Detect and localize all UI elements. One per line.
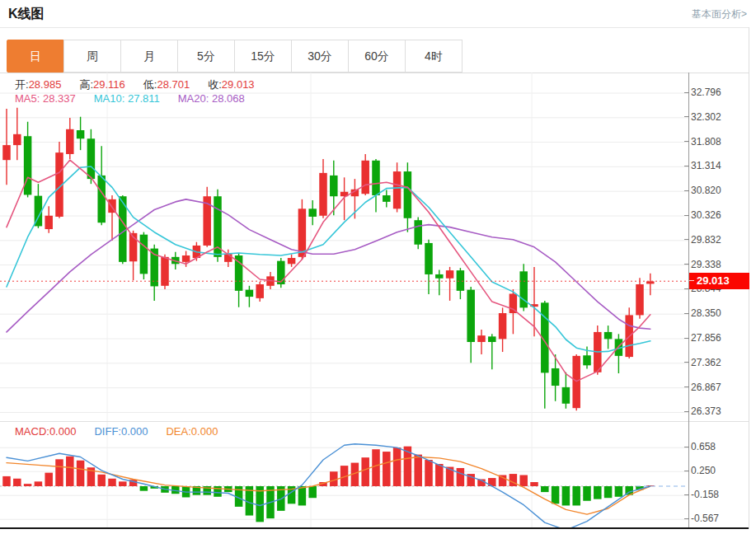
y-axis-tick-label: 30.326 bbox=[684, 209, 721, 221]
ma10-value: MA10: 27.811 bbox=[94, 92, 160, 105]
y-axis-tick-label: 26.867 bbox=[684, 382, 721, 393]
low-value: 低:28.701 bbox=[143, 77, 190, 92]
y-axis-tick-label: 27.362 bbox=[684, 357, 721, 368]
ma20-value: MA20: 28.068 bbox=[178, 92, 245, 105]
y-axis-tick-label: 27.856 bbox=[684, 332, 721, 344]
kline-widget: K线图 基本面分析> 日 周 月 5分 15分 30分 60分 4时 开:28.… bbox=[0, 0, 756, 534]
panel-separator bbox=[0, 421, 749, 422]
y-axis-tick-label: -0.158 bbox=[684, 489, 719, 500]
macd-value: MACD:0.000 bbox=[15, 425, 76, 438]
y-axis-tick-label: 0.658 bbox=[684, 441, 716, 452]
current-price-badge: 29.013 bbox=[689, 273, 749, 289]
tab-60min[interactable]: 60分 bbox=[348, 40, 406, 73]
diff-value: DIFF:0.000 bbox=[94, 425, 148, 438]
tab-5min[interactable]: 5分 bbox=[177, 40, 235, 73]
y-axis-tick-label: -0.567 bbox=[684, 513, 719, 524]
y-axis-tick-label: 32.302 bbox=[684, 111, 721, 123]
tab-day[interactable]: 日 bbox=[7, 40, 64, 73]
tab-month[interactable]: 月 bbox=[120, 40, 178, 73]
y-axis-tick-label: 31.808 bbox=[684, 136, 721, 148]
candlestick-chart[interactable] bbox=[0, 73, 688, 422]
tab-15min[interactable]: 15分 bbox=[234, 40, 292, 73]
y-axis-tick-label: 30.820 bbox=[684, 185, 721, 196]
chart-bottom-border bbox=[0, 527, 749, 529]
price-tick-mark bbox=[689, 280, 694, 281]
tab-30min[interactable]: 30分 bbox=[291, 40, 349, 73]
y-axis-tick-label: 0.250 bbox=[684, 465, 716, 476]
y-axis-tick-label: 29.338 bbox=[684, 259, 721, 270]
macd-chart[interactable] bbox=[0, 422, 688, 528]
candles bbox=[2, 108, 654, 410]
ohlc-info-row: 开:28.985 高:29.116 低:28.701 收:29.013 bbox=[15, 77, 255, 92]
y-axis-tick-label: 32.796 bbox=[684, 87, 721, 98]
page-title: K线图 bbox=[8, 6, 45, 23]
fundamental-analysis-link[interactable]: 基本面分析> bbox=[692, 7, 747, 21]
open-value: 开:28.985 bbox=[15, 77, 61, 92]
tab-week[interactable]: 周 bbox=[63, 40, 121, 73]
ma-info-row: MA5: 28.337 MA10: 27.811 MA20: 28.068 bbox=[15, 92, 245, 105]
ma5-value: MA5: 28.337 bbox=[15, 92, 76, 105]
close-value: 收:29.013 bbox=[208, 77, 254, 92]
period-tab-bar: 日 周 月 5分 15分 30分 60分 4时 bbox=[7, 40, 463, 73]
macd-bars bbox=[2, 447, 654, 522]
header-divider bbox=[0, 27, 749, 28]
macd-info-row: MACD:0.000 DIFF:0.000 DEA:0.000 bbox=[15, 425, 218, 438]
y-axis-tick-label: 28.350 bbox=[684, 307, 721, 319]
tab-4hour[interactable]: 4时 bbox=[405, 40, 463, 73]
high-value: 高:29.116 bbox=[79, 77, 124, 92]
y-axis-tick-label: 29.832 bbox=[684, 234, 721, 246]
dea-value: DEA:0.000 bbox=[166, 425, 218, 438]
y-axis-tick-label: 26.373 bbox=[684, 405, 721, 417]
y-axis-tick-label: 31.314 bbox=[684, 160, 721, 171]
